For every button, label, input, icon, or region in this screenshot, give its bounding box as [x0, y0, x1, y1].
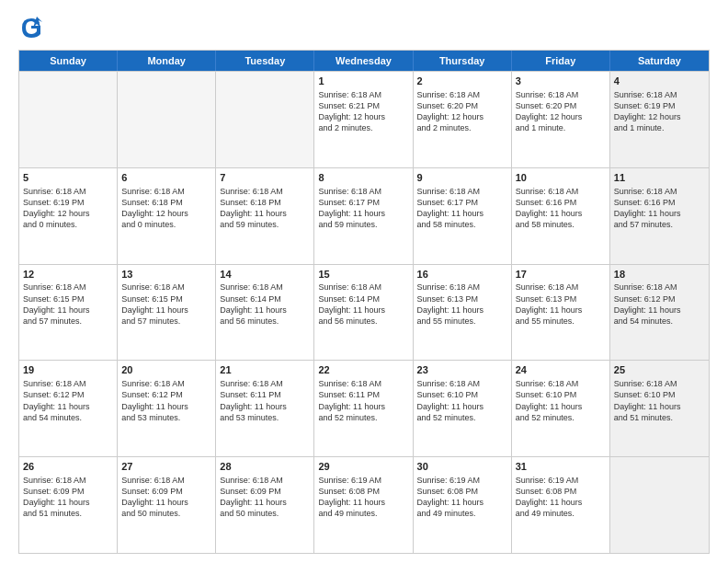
- cal-header-wednesday: Wednesday: [314, 51, 413, 71]
- day-info-line: Sunrise: 6:19 AM: [516, 475, 606, 486]
- day-number: 25: [614, 363, 705, 377]
- day-info-line: and 56 minutes.: [220, 316, 310, 327]
- day-number: 17: [516, 268, 606, 282]
- day-number: 28: [220, 460, 310, 474]
- cal-cell-18: 18Sunrise: 6:18 AMSunset: 6:12 PMDayligh…: [610, 265, 709, 361]
- day-number: 14: [220, 268, 310, 282]
- cal-header-saturday: Saturday: [610, 51, 709, 71]
- cal-cell-28: 28Sunrise: 6:18 AMSunset: 6:09 PMDayligh…: [216, 457, 314, 553]
- cal-row-0: 1Sunrise: 6:18 AMSunset: 6:21 PMDaylight…: [19, 71, 709, 167]
- day-info-line: Sunrise: 6:18 AM: [121, 378, 211, 389]
- cal-header-sunday: Sunday: [19, 51, 118, 71]
- day-info-line: and 53 minutes.: [121, 412, 211, 423]
- cal-cell-6: 6Sunrise: 6:18 AMSunset: 6:18 PMDaylight…: [118, 168, 216, 264]
- day-info-line: Daylight: 11 hours: [220, 401, 310, 412]
- cal-cell-20: 20Sunrise: 6:18 AMSunset: 6:12 PMDayligh…: [118, 361, 216, 456]
- day-info-line: Sunrise: 6:19 AM: [318, 475, 408, 486]
- day-info-line: Sunset: 6:15 PM: [23, 293, 113, 304]
- day-number: 10: [516, 171, 606, 185]
- day-info-line: Sunrise: 6:18 AM: [417, 186, 507, 197]
- day-info-line: Sunset: 6:18 PM: [220, 197, 310, 208]
- day-number: 21: [220, 363, 310, 377]
- day-number: 11: [614, 171, 705, 185]
- day-info-line: Sunrise: 6:18 AM: [121, 186, 211, 197]
- day-info-line: Daylight: 11 hours: [614, 208, 705, 219]
- day-info-line: Sunrise: 6:18 AM: [23, 378, 113, 389]
- day-info-line: Sunset: 6:10 PM: [417, 389, 507, 400]
- day-info-line: and 52 minutes.: [516, 412, 606, 423]
- day-info-line: Sunset: 6:14 PM: [220, 293, 310, 304]
- day-number: 24: [516, 363, 606, 377]
- page: SundayMondayTuesdayWednesdayThursdayFrid…: [0, 0, 728, 563]
- day-info-line: Sunrise: 6:18 AM: [23, 282, 113, 293]
- day-number: 27: [121, 460, 211, 474]
- day-info-line: and 57 minutes.: [121, 316, 211, 327]
- day-info-line: Daylight: 11 hours: [318, 208, 408, 219]
- day-info-line: Sunset: 6:13 PM: [516, 293, 606, 304]
- day-info-line: Daylight: 11 hours: [614, 304, 705, 316]
- day-number: 6: [121, 171, 211, 185]
- day-number: 30: [417, 460, 507, 474]
- cal-cell-31: 31Sunrise: 6:19 AMSunset: 6:08 PMDayligh…: [512, 457, 610, 553]
- day-info-line: Sunrise: 6:18 AM: [220, 186, 310, 197]
- day-number: 8: [318, 171, 408, 185]
- day-info-line: and 49 minutes.: [318, 508, 408, 519]
- day-info-line: Daylight: 11 hours: [318, 497, 408, 508]
- day-info-line: Sunset: 6:08 PM: [318, 486, 408, 497]
- cal-cell-19: 19Sunrise: 6:18 AMSunset: 6:12 PMDayligh…: [19, 361, 118, 456]
- cal-cell-22: 22Sunrise: 6:18 AMSunset: 6:11 PMDayligh…: [314, 361, 413, 456]
- day-info-line: Sunset: 6:13 PM: [417, 293, 507, 304]
- day-info-line: Daylight: 11 hours: [417, 401, 507, 412]
- cal-cell-9: 9Sunrise: 6:18 AMSunset: 6:17 PMDaylight…: [414, 168, 512, 264]
- day-info-line: and 56 minutes.: [318, 316, 408, 327]
- calendar-header-row: SundayMondayTuesdayWednesdayThursdayFrid…: [19, 51, 709, 71]
- day-number: 20: [121, 363, 211, 377]
- cal-cell-23: 23Sunrise: 6:18 AMSunset: 6:10 PMDayligh…: [414, 361, 512, 456]
- day-info-line: Sunrise: 6:18 AM: [121, 475, 211, 486]
- day-number: 23: [417, 363, 507, 377]
- day-info-line: Sunset: 6:08 PM: [417, 486, 507, 497]
- cal-cell-7: 7Sunrise: 6:18 AMSunset: 6:18 PMDaylight…: [216, 168, 314, 264]
- day-number: 1: [318, 75, 408, 88]
- day-info-line: Sunset: 6:20 PM: [516, 100, 606, 111]
- day-info-line: Daylight: 11 hours: [318, 304, 408, 316]
- day-info-line: and 51 minutes.: [23, 508, 113, 519]
- day-info-line: and 2 minutes.: [318, 122, 408, 133]
- day-info-line: Sunset: 6:10 PM: [516, 389, 606, 400]
- cal-cell-2: 2Sunrise: 6:18 AMSunset: 6:20 PMDaylight…: [414, 72, 512, 167]
- day-info-line: Sunrise: 6:18 AM: [417, 89, 507, 100]
- day-info-line: Sunrise: 6:18 AM: [220, 378, 310, 389]
- day-number: 15: [318, 268, 408, 282]
- day-number: 2: [417, 75, 507, 88]
- day-info-line: Daylight: 12 hours: [121, 208, 211, 219]
- day-info-line: Daylight: 11 hours: [516, 401, 606, 412]
- day-info-line: Sunset: 6:16 PM: [614, 197, 705, 208]
- day-info-line: Sunset: 6:12 PM: [614, 293, 705, 304]
- day-info-line: and 54 minutes.: [614, 316, 705, 327]
- day-info-line: Sunset: 6:12 PM: [23, 389, 113, 400]
- day-info-line: Daylight: 11 hours: [121, 304, 211, 316]
- day-number: 26: [23, 460, 113, 474]
- cal-cell-30: 30Sunrise: 6:19 AMSunset: 6:08 PMDayligh…: [414, 457, 512, 553]
- day-info-line: Daylight: 11 hours: [417, 497, 507, 508]
- day-info-line: Sunrise: 6:18 AM: [220, 475, 310, 486]
- logo-icon: [18, 15, 44, 40]
- day-info-line: Daylight: 12 hours: [318, 111, 408, 122]
- day-info-line: Sunrise: 6:18 AM: [23, 186, 113, 197]
- day-info-line: Daylight: 11 hours: [23, 401, 113, 412]
- day-info-line: Sunset: 6:20 PM: [417, 100, 507, 111]
- cal-row-4: 26Sunrise: 6:18 AMSunset: 6:09 PMDayligh…: [19, 456, 709, 553]
- day-number: 22: [318, 363, 408, 377]
- day-number: 3: [516, 75, 606, 88]
- cal-cell-11: 11Sunrise: 6:18 AMSunset: 6:16 PMDayligh…: [610, 168, 709, 264]
- day-info-line: and 1 minute.: [614, 122, 705, 133]
- day-info-line: and 52 minutes.: [417, 412, 507, 423]
- day-info-line: Sunrise: 6:18 AM: [417, 282, 507, 293]
- day-info-line: Sunrise: 6:18 AM: [516, 89, 606, 100]
- day-info-line: Sunset: 6:18 PM: [121, 197, 211, 208]
- cal-cell-24: 24Sunrise: 6:18 AMSunset: 6:10 PMDayligh…: [512, 361, 610, 456]
- day-info-line: Sunrise: 6:18 AM: [23, 475, 113, 486]
- cal-cell-3: 3Sunrise: 6:18 AMSunset: 6:20 PMDaylight…: [512, 72, 610, 167]
- day-info-line: Sunset: 6:17 PM: [417, 197, 507, 208]
- cal-cell-21: 21Sunrise: 6:18 AMSunset: 6:11 PMDayligh…: [216, 361, 314, 456]
